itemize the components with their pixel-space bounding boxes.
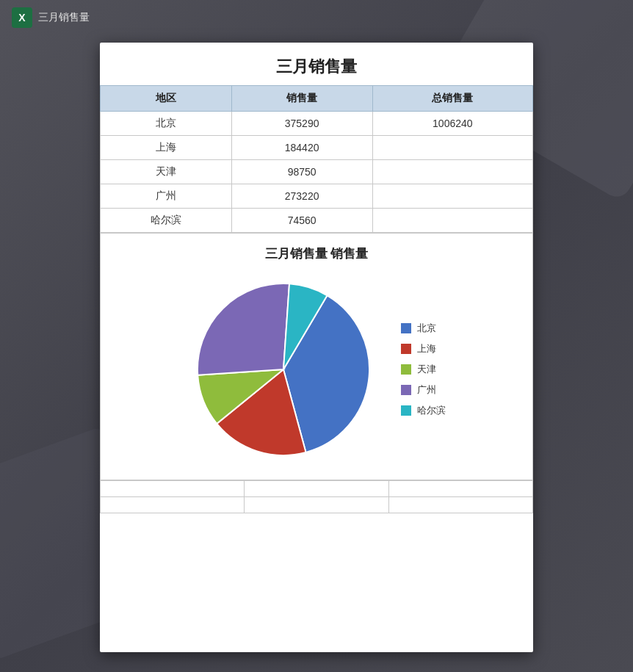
legend-label-上海: 上海 (417, 342, 436, 355)
chart-section: 三月销售量 销售量 北京上海天津广州哈尔滨 (100, 233, 533, 480)
legend-label-北京: 北京 (417, 322, 436, 335)
pie-svg (188, 274, 379, 465)
legend-color-哈尔滨 (401, 405, 411, 416)
data-table: 地区 销售量 总销售量 北京3752901006240上海184420天津987… (100, 85, 533, 233)
table-row: 广州273220 (101, 184, 533, 209)
table-row: 天津98750 (101, 160, 533, 184)
header-sales: 销售量 (231, 86, 372, 112)
legend-color-天津 (401, 364, 411, 375)
excel-icon: X (12, 7, 32, 28)
legend-item-广州: 广州 (401, 383, 446, 397)
empty-row (101, 481, 533, 497)
legend-item-北京: 北京 (401, 322, 446, 335)
header-total: 总销售量 (372, 86, 532, 112)
legend-color-广州 (401, 385, 411, 395)
main-container: 三月销售量 地区 销售量 总销售量 北京3752901006240上海18442… (0, 35, 633, 667)
empty-rows-table (100, 480, 533, 513)
chart-legend: 北京上海天津广州哈尔滨 (401, 322, 446, 417)
table-row: 哈尔滨74560 (101, 209, 533, 233)
empty-row (101, 497, 533, 513)
legend-color-上海 (401, 344, 411, 354)
table-row: 北京3752901006240 (101, 112, 533, 136)
chart-area: 北京上海天津广州哈尔滨 (108, 274, 525, 465)
legend-item-天津: 天津 (401, 363, 446, 376)
pie-chart (188, 274, 379, 465)
legend-item-哈尔滨: 哈尔滨 (401, 404, 446, 417)
legend-label-哈尔滨: 哈尔滨 (417, 404, 446, 417)
chart-title: 三月销售量 销售量 (108, 245, 525, 262)
titlebar: X 三月销售量 (0, 0, 633, 35)
legend-color-北京 (401, 323, 411, 333)
spreadsheet-page: 三月销售量 地区 销售量 总销售量 北京3752901006240上海18442… (100, 43, 533, 652)
window-title: 三月销售量 (38, 11, 90, 24)
legend-label-广州: 广州 (417, 383, 436, 397)
table-row: 上海184420 (101, 136, 533, 160)
page-title: 三月销售量 (100, 43, 533, 85)
legend-item-上海: 上海 (401, 342, 446, 355)
pie-slice-广州 (198, 283, 289, 375)
header-region: 地区 (101, 86, 232, 112)
legend-label-天津: 天津 (417, 363, 436, 376)
